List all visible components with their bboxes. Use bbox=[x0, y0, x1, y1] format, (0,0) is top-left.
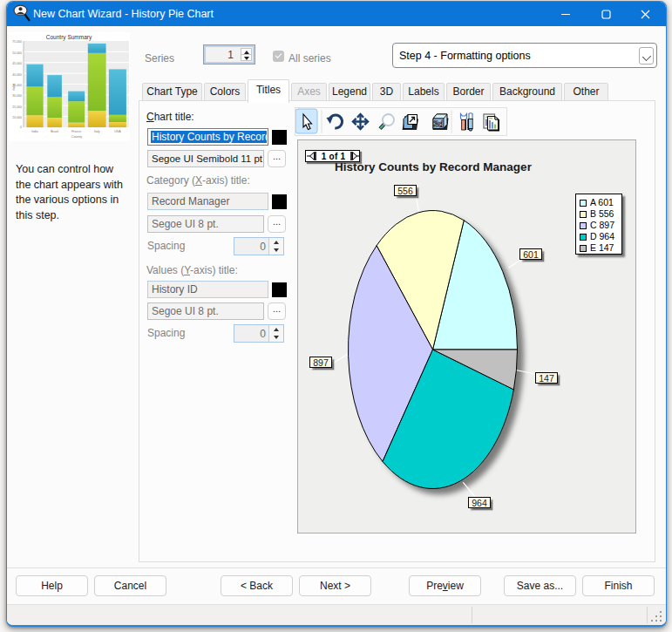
svg-text:USA: USA bbox=[114, 130, 121, 133]
svg-text:25,000: 25,000 bbox=[12, 105, 22, 109]
svg-text:30,000: 30,000 bbox=[12, 94, 22, 98]
svg-text:Country: Country bbox=[71, 135, 83, 139]
svg-text:Brazil: Brazil bbox=[51, 130, 58, 133]
svg-text:40,000: 40,000 bbox=[12, 73, 22, 77]
svg-text:75,000: 75,000 bbox=[12, 40, 22, 44]
svg-text:20,000: 20,000 bbox=[12, 116, 22, 119]
svg-text:45,000: 45,000 bbox=[12, 62, 22, 65]
svg-text:50,000: 50,000 bbox=[12, 51, 22, 55]
svg-text:India: India bbox=[31, 130, 38, 133]
svg-text:Value: Value bbox=[12, 84, 16, 92]
svg-text:3d: 3d bbox=[433, 119, 444, 129]
svg-text:0: 0 bbox=[20, 126, 22, 129]
svg-text:Country Summary: Country Summary bbox=[46, 34, 92, 41]
svg-text:France: France bbox=[71, 130, 81, 133]
svg-text:Italy: Italy bbox=[94, 130, 100, 133]
